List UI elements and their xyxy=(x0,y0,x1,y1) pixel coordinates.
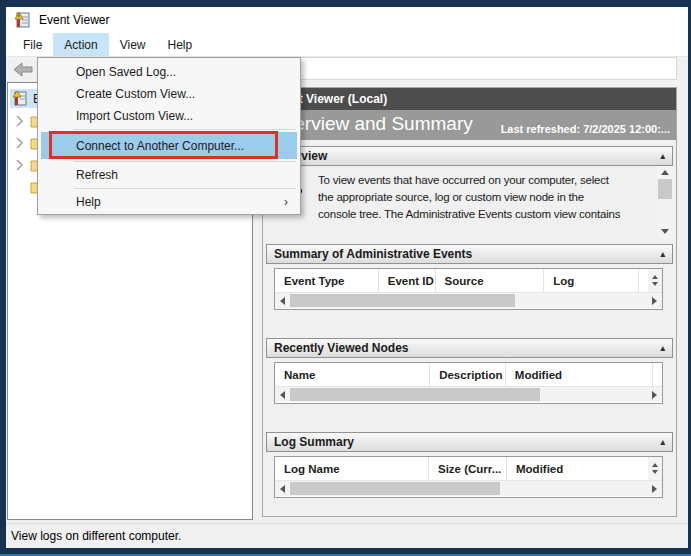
last-refreshed-text: Last refreshed: 7/2/2025 12:00:... xyxy=(501,123,670,135)
overview-summary-header: Overview and Summary Last refreshed: 7/2… xyxy=(263,110,676,140)
scroll-right-icon[interactable] xyxy=(647,387,662,402)
overview-line: console tree. The Administrative Events … xyxy=(318,206,653,223)
menu-item-help-label: Help xyxy=(76,195,101,209)
window-title: Event Viewer xyxy=(39,13,109,27)
section-log-summary-header[interactable]: Log Summary ▴ xyxy=(266,432,673,452)
collapse-icon[interactable]: ▴ xyxy=(660,437,665,447)
scrollbar-thumb[interactable] xyxy=(658,179,672,199)
col-event-type[interactable]: Event Type xyxy=(275,269,379,292)
content-panel: Event Viewer (Local) Overview and Summar… xyxy=(262,87,677,517)
tree-expander-icon[interactable] xyxy=(16,137,24,149)
menu-item-create-custom-view[interactable]: Create Custom View... xyxy=(38,83,300,105)
section-recently-viewed: Recently Viewed Nodes ▴ Name Description… xyxy=(266,338,673,420)
menu-item-help[interactable]: Help › xyxy=(38,191,300,213)
recent-table: Name Description Modified C xyxy=(274,362,663,404)
tree-expander-icon[interactable] xyxy=(16,159,24,171)
menu-view[interactable]: View xyxy=(109,33,157,56)
overview-line: To view events that have occurred on you… xyxy=(318,172,653,189)
summary-table-zone: Event Type Event ID Source Log L xyxy=(266,268,673,326)
log-summary-horizontal-scrollbar[interactable] xyxy=(275,480,662,496)
scroll-down-icon[interactable] xyxy=(652,282,658,286)
section-overview-title: Overview xyxy=(274,149,660,163)
col-modified[interactable]: Modified xyxy=(507,457,648,480)
status-bar: View logs on different computer. xyxy=(6,523,688,548)
title-bar: Event Viewer xyxy=(6,7,688,33)
overview-body: To view events that have occurred on you… xyxy=(266,166,673,238)
menu-file[interactable]: File xyxy=(12,33,53,56)
col-size-current[interactable]: Size (Curr... xyxy=(429,457,507,480)
status-text: View logs on different computer. xyxy=(11,529,181,543)
overview-line: the appropriate source, log or custom vi… xyxy=(318,189,653,206)
event-viewer-window: Event Viewer File Action View Help xyxy=(6,7,688,548)
desktop-frame: Event Viewer File Action View Help xyxy=(0,0,691,556)
col-log[interactable]: Log xyxy=(544,269,639,292)
summary-table-header-row: Event Type Event ID Source Log L xyxy=(275,269,662,292)
collapse-icon[interactable]: ▴ xyxy=(660,151,665,161)
menu-bar: File Action View Help xyxy=(6,33,688,57)
content-top-strip xyxy=(262,57,677,80)
section-log-summary: Log Summary ▴ Log Name Size (Curr... Mod… xyxy=(266,432,673,514)
recent-table-zone: Name Description Modified C xyxy=(266,362,673,420)
col-created-truncated[interactable]: C xyxy=(653,363,662,386)
menu-help[interactable]: Help xyxy=(157,33,204,56)
collapse-icon[interactable]: ▴ xyxy=(660,343,665,353)
col-modified[interactable]: Modified xyxy=(506,363,653,386)
table-vertical-scrollbar[interactable] xyxy=(648,269,662,292)
col-description[interactable]: Description xyxy=(430,363,506,386)
section-recent-header[interactable]: Recently Viewed Nodes ▴ xyxy=(266,338,673,358)
menu-item-import-custom-view[interactable]: Import Custom View... xyxy=(38,105,300,127)
submenu-arrow-icon: › xyxy=(284,195,288,209)
col-name[interactable]: Name xyxy=(275,363,430,386)
recent-horizontal-scrollbar[interactable] xyxy=(275,386,662,402)
event-viewer-node-icon xyxy=(13,91,28,106)
scroll-left-icon[interactable] xyxy=(275,387,290,402)
section-summary-header[interactable]: Summary of Administrative Events ▴ xyxy=(266,244,673,264)
scroll-right-icon[interactable] xyxy=(647,293,662,308)
scroll-left-icon[interactable] xyxy=(275,481,290,496)
section-summary-admin-events: Summary of Administrative Events ▴ Event… xyxy=(266,244,673,326)
recent-table-header-row: Name Description Modified C xyxy=(275,363,662,386)
action-menu-popup: Open Saved Log... Create Custom View... … xyxy=(37,57,301,215)
scroll-left-icon[interactable] xyxy=(275,293,290,308)
scroll-up-icon[interactable] xyxy=(652,275,658,279)
menu-separator xyxy=(74,188,296,189)
col-log-name[interactable]: Log Name xyxy=(275,457,429,480)
section-recent-title: Recently Viewed Nodes xyxy=(274,341,660,355)
summary-table: Event Type Event ID Source Log L xyxy=(274,268,663,310)
menu-item-refresh[interactable]: Refresh xyxy=(38,164,300,186)
scroll-right-icon[interactable] xyxy=(647,481,662,496)
section-log-summary-title: Log Summary xyxy=(274,435,660,449)
tree-expander-icon[interactable] xyxy=(16,115,24,127)
summary-horizontal-scrollbar[interactable] xyxy=(275,292,662,308)
section-overview: Overview ▴ To view events that have occu… xyxy=(266,146,673,238)
scroll-down-icon[interactable] xyxy=(652,470,658,474)
menu-separator xyxy=(74,161,296,162)
col-source[interactable]: Source xyxy=(436,269,545,292)
col-event-id[interactable]: Event ID xyxy=(379,269,436,292)
menu-action[interactable]: Action xyxy=(53,33,108,56)
scroll-up-icon[interactable] xyxy=(657,166,673,179)
log-summary-table: Log Name Size (Curr... Modified xyxy=(274,456,663,498)
section-overview-header[interactable]: Overview ▴ xyxy=(266,146,673,166)
section-summary-title: Summary of Administrative Events xyxy=(274,247,660,261)
collapse-icon[interactable]: ▴ xyxy=(660,249,665,259)
log-summary-table-header-row: Log Name Size (Curr... Modified xyxy=(275,457,662,480)
content-local-header: Event Viewer (Local) xyxy=(263,88,676,110)
col-last-truncated[interactable]: L xyxy=(639,269,648,292)
menu-item-open-saved-log[interactable]: Open Saved Log... xyxy=(38,61,300,83)
overview-text: To view events that have occurred on you… xyxy=(318,172,653,223)
menu-item-connect-to-another-computer[interactable]: Connect to Another Computer... xyxy=(41,132,297,159)
scroll-down-icon[interactable] xyxy=(657,225,673,238)
scrollbar-thumb[interactable] xyxy=(290,482,500,495)
back-arrow-icon[interactable] xyxy=(13,62,33,77)
overview-vertical-scrollbar[interactable] xyxy=(657,166,673,238)
table-vertical-scrollbar[interactable] xyxy=(648,457,662,480)
event-viewer-app-icon xyxy=(15,12,31,28)
scroll-up-icon[interactable] xyxy=(652,463,658,467)
scrollbar-thumb[interactable] xyxy=(290,294,515,307)
menu-separator xyxy=(74,129,296,130)
scrollbar-thumb[interactable] xyxy=(290,388,540,401)
log-summary-table-zone: Log Name Size (Curr... Modified xyxy=(266,456,673,514)
